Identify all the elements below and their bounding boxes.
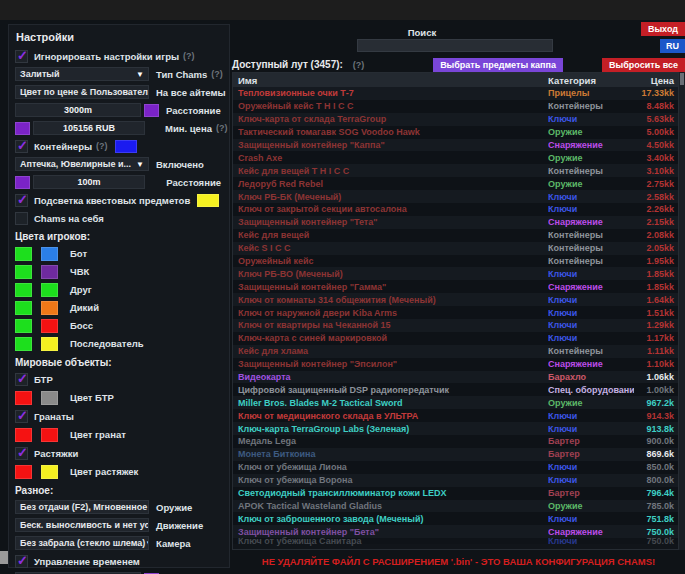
table-row[interactable]: Оружейный кейсКонтейнеры1.95kk (233, 255, 678, 268)
item-price: 913.8k (634, 424, 678, 434)
table-row[interactable]: Защищенный контейнер "Эпсилон"Снаряжение… (233, 358, 678, 371)
checkbox[interactable]: ✓ (15, 373, 28, 386)
help-icon[interactable]: (?) (183, 51, 195, 61)
table-row[interactable]: Crash AxeОружие3.40kk (233, 151, 678, 164)
dropdown-select[interactable]: Аптечка, Ювелирные и...▼ (15, 157, 149, 171)
checkbox[interactable] (15, 212, 28, 225)
table-row[interactable]: Ключ от медицинского склада в УЛЬТРАКлюч… (233, 409, 678, 422)
table-row[interactable]: Ключ РБ-БК (Меченый)Ключи2.58kk (233, 190, 678, 203)
primary-color-swatch[interactable] (15, 301, 32, 315)
table-row[interactable]: Ключ от убежища СанитараКлючи750.0k (233, 538, 678, 544)
help-icon[interactable]: (?) (96, 141, 108, 151)
dropdown-select[interactable]: Беск. выносливость и нет уста▼ (15, 518, 149, 532)
table-row[interactable]: Кейс для вещейКонтейнеры2.08kk (233, 229, 678, 242)
item-price: 1.95kk (634, 256, 678, 266)
color-swatch[interactable] (144, 104, 159, 117)
primary-color-swatch[interactable] (15, 283, 32, 297)
help-icon[interactable]: (?) (216, 123, 228, 133)
dropdown-select[interactable]: Залитый▼ (15, 67, 149, 81)
item-name: Кейс S I C C (233, 243, 548, 253)
table-row[interactable]: Кейс для вещей T H I C CКонтейнеры3.10kk (233, 164, 678, 177)
secondary-color-swatch[interactable] (41, 265, 58, 279)
search-input[interactable] (357, 39, 553, 52)
table-row[interactable]: Ключ-карта TerraGroup Labs (Зеленая)Ключ… (233, 422, 678, 435)
secondary-color-swatch[interactable] (41, 283, 58, 297)
column-category[interactable]: Категория (548, 75, 634, 86)
color-swatch[interactable] (115, 140, 137, 153)
color-swatch[interactable] (15, 391, 32, 405)
column-name[interactable]: Имя (233, 75, 548, 86)
color-swatch[interactable] (197, 194, 219, 207)
secondary-color-swatch[interactable] (41, 247, 58, 261)
table-row[interactable]: Цифровой защищенный DSP радиопередатчикС… (233, 383, 678, 396)
dropdown-select[interactable]: Без забрала (стекло шлема)▼ (15, 536, 149, 550)
table-row[interactable]: Тепловизионные очки Т-7Прицелы17.33kk (233, 87, 678, 100)
table-row[interactable]: Кейс S I C CКонтейнеры2.05kk (233, 242, 678, 255)
select-kappa-items-button[interactable]: Выбрать предметы каппа (433, 58, 563, 72)
exit-button[interactable]: Выход (641, 22, 685, 36)
table-row[interactable]: Защищенный контейнер "Гамма"Снаряжение1.… (233, 280, 678, 293)
value-input[interactable]: 100m (33, 175, 145, 189)
setting-label: Растяжки (34, 448, 78, 459)
table-row[interactable]: Ключ от комнаты 314 общежития (Меченый)К… (233, 293, 678, 306)
color-swatch[interactable] (15, 428, 32, 442)
color-swatch[interactable] (41, 465, 58, 479)
table-row[interactable]: Ключ от убежища ВоронаКлючи800.0k (233, 474, 678, 487)
item-category: Ключи (548, 411, 634, 421)
table-row[interactable]: Тактический томагавк SOG Voodoo HawkОруж… (233, 126, 678, 139)
table-row[interactable]: Ключ-карта с синей маркировкойКлючи1.17k… (233, 332, 678, 345)
checkbox[interactable]: ✓ (15, 140, 28, 153)
primary-color-swatch[interactable] (15, 247, 32, 261)
setting-label: Включено (156, 159, 204, 170)
color-swatch[interactable] (41, 428, 58, 442)
checkbox[interactable]: ✓ (15, 194, 28, 207)
dropdown-select[interactable]: Цвет по цене & Пользователь▼ (15, 85, 149, 99)
table-row[interactable]: Ключ от наружной двери Kiba ArmsКлючи1.5… (233, 306, 678, 319)
table-row[interactable]: Ключ от заброшенного завода (Меченый)Клю… (233, 512, 678, 525)
table-row[interactable]: Медаль LegaБартер900.0k (233, 435, 678, 448)
table-row[interactable]: Оружейный кейс T H I C CКонтейнеры8.48kk (233, 100, 678, 113)
drop-all-button[interactable]: Выбросить все (602, 58, 685, 72)
value-input[interactable]: 105156 RUB (33, 121, 145, 135)
item-price: 17.33kk (634, 88, 678, 98)
table-row[interactable]: Ключ от квартиры на Чеканной 15Ключи1.29… (233, 319, 678, 332)
column-price[interactable]: Цена (634, 75, 678, 86)
table-row[interactable]: Монета БиткоинаБартер869.6k (233, 448, 678, 461)
color-swatch[interactable] (41, 391, 58, 405)
primary-color-swatch[interactable] (15, 337, 32, 351)
table-row[interactable]: Ледоруб Red RebelОружие2.75kk (233, 177, 678, 190)
primary-color-swatch[interactable] (15, 319, 32, 333)
table-row[interactable]: Miller Bros. Blades M-2 Tactical SwordОр… (233, 396, 678, 409)
table-row[interactable]: APOK Tactical Wasteland GladiusОружие785… (233, 500, 678, 513)
checkbox[interactable]: ✓ (15, 555, 28, 568)
item-name: Ключ от убежища Ворона (233, 475, 548, 485)
chevron-down-icon: ▼ (145, 539, 149, 548)
table-row[interactable]: Кейс для хламаКонтейнеры1.11kk (233, 345, 678, 358)
table-scrollbar[interactable] (679, 72, 685, 550)
scrollbar-thumb[interactable] (680, 73, 684, 85)
loot-help-icon[interactable]: (?) (353, 60, 365, 70)
color-swatch[interactable] (15, 122, 30, 135)
table-row[interactable]: Светодиодный трансиллюминатор кожи LEDXБ… (233, 487, 678, 500)
color-swatch[interactable] (15, 465, 32, 479)
help-icon[interactable]: (?) (211, 69, 223, 79)
language-button[interactable]: RU (660, 39, 685, 53)
table-row[interactable]: Ключ от закрытой секции автосалонаКлючи2… (233, 203, 678, 216)
value-input[interactable]: 3000m (15, 103, 141, 117)
dropdown-select[interactable]: Без отдачи (F2), Мгновенное п▼ (15, 500, 149, 514)
loot-area: Поиск Выход RU Доступный лут (3457): (?)… (232, 20, 685, 574)
color-swatch[interactable] (15, 176, 30, 189)
primary-color-swatch[interactable] (15, 265, 32, 279)
secondary-color-swatch[interactable] (41, 319, 58, 333)
checkbox[interactable]: ✓ (15, 447, 28, 460)
checkbox[interactable]: ✓ (15, 410, 28, 423)
table-row[interactable]: Ключ от убежища ЛионаКлючи850.0k (233, 461, 678, 474)
table-row[interactable]: Защищенный контейнер "Каппа"Снаряжение4.… (233, 139, 678, 152)
secondary-color-swatch[interactable] (41, 301, 58, 315)
secondary-color-swatch[interactable] (41, 337, 58, 351)
table-row[interactable]: ВидеокартаБарахло1.06kk (233, 371, 678, 384)
checkbox[interactable]: ✓ (15, 50, 28, 63)
table-row[interactable]: Ключ РБ-ВО (Меченый)Ключи1.85kk (233, 267, 678, 280)
table-row[interactable]: Защищенный контейнер "Тета"Снаряжение2.1… (233, 216, 678, 229)
table-row[interactable]: Ключ-карта от склада TerraGroupКлючи5.63… (233, 113, 678, 126)
